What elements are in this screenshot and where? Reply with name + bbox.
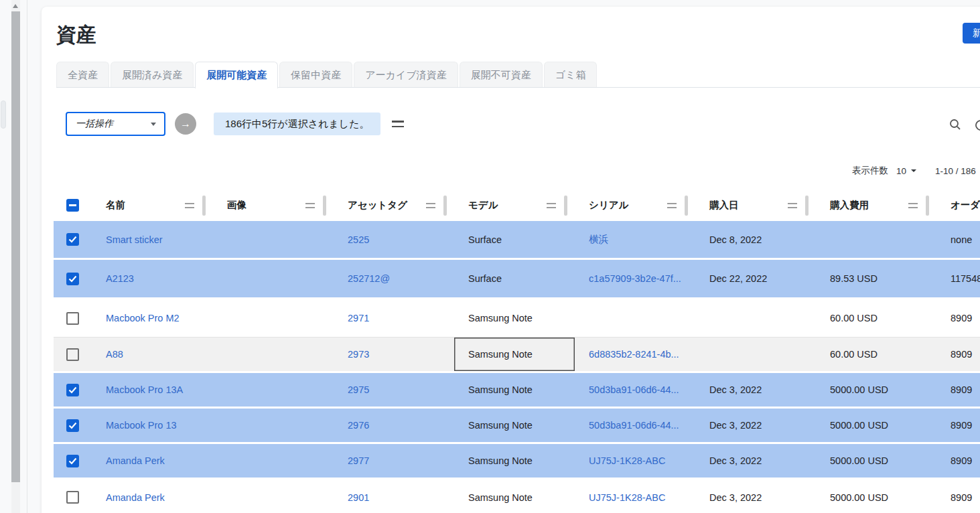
name-link[interactable]: A88 (106, 349, 123, 360)
name-link[interactable]: Macbook Pro 13 (106, 420, 177, 431)
serial-link[interactable]: 6d8835b2-8241-4b... (589, 349, 679, 360)
column-resize-handle[interactable] (564, 196, 567, 216)
name-link[interactable]: Macbook Pro M2 (106, 313, 180, 323)
name-link[interactable]: A2123 (106, 273, 134, 284)
serial-link[interactable]: c1a57909-3b2e-47f... (589, 273, 681, 284)
name-link[interactable]: Amanda Perk (106, 455, 165, 466)
cell-tag[interactable]: 2971 (334, 299, 454, 337)
column-resize-handle[interactable] (805, 196, 809, 216)
cell-name[interactable]: Amanda Perk (92, 444, 213, 478)
row-checkbox[interactable] (66, 419, 79, 432)
row-checkbox[interactable] (66, 491, 79, 504)
new-asset-button[interactable]: 新規 (963, 23, 980, 44)
refresh-icon[interactable] (973, 118, 980, 135)
column-resize-handle[interactable] (443, 196, 447, 216)
tag-link[interactable]: 2976 (348, 420, 369, 431)
select-all-checkbox[interactable] (66, 199, 79, 212)
name-link[interactable]: Amanda Perk (106, 492, 165, 503)
table-row[interactable]: A882973Samsung Note6d8835b2-8241-4b...60… (54, 338, 980, 373)
serial-link[interactable]: UJ75J-1K28-ABC (589, 492, 665, 503)
row-checkbox[interactable] (66, 455, 79, 467)
row-checkbox[interactable] (66, 348, 79, 361)
column-sort-icon[interactable] (185, 203, 194, 208)
table-row[interactable]: Amanda Perk2977Samsung NoteUJ75J-1K28-AB… (54, 444, 980, 480)
column-header-tag[interactable]: アセットタグ (334, 190, 454, 221)
cell-name[interactable]: Amanda Perk (92, 480, 213, 513)
column-sort-icon[interactable] (908, 203, 918, 208)
row-checkbox[interactable] (66, 312, 79, 325)
serial-link[interactable]: 50d3ba91-06d6-44... (589, 384, 679, 395)
tab-アーカイブ済資産[interactable]: アーカイブ済資産 (354, 62, 458, 87)
column-header-name[interactable]: 名前 (92, 190, 213, 221)
column-sort-icon[interactable] (305, 203, 315, 208)
tag-link[interactable]: 2525 (348, 234, 369, 245)
column-header-model[interactable]: モデル (454, 190, 575, 221)
table-row[interactable]: Macbook Pro M22971Samsung Note60.00 USD8… (54, 299, 980, 338)
tag-link[interactable]: 2975 (348, 384, 369, 395)
side-panel-handle[interactable] (1, 100, 6, 129)
search-icon[interactable] (949, 119, 961, 133)
bulk-action-go-button[interactable]: → (175, 113, 196, 135)
menu-lines-icon[interactable] (392, 121, 404, 127)
tab-展開可能資産[interactable]: 展開可能資産 (195, 62, 278, 88)
serial-link[interactable]: 50d3ba91-06d6-44... (589, 420, 679, 431)
column-header-purchase_cost[interactable]: 購入費用 (816, 190, 936, 221)
cell-serial[interactable]: 6d8835b2-8241-4b... (575, 338, 695, 371)
column-resize-handle[interactable] (202, 196, 206, 216)
row-checkbox[interactable] (66, 273, 79, 285)
cell-tag[interactable]: 2976 (334, 409, 454, 442)
cell-tag[interactable]: 252712@ (334, 260, 454, 297)
table-row[interactable]: Amanda Perk2901Samsung NoteUJ75J-1K28-AB… (54, 480, 980, 513)
scrollbar-up-arrow-icon[interactable] (13, 4, 18, 8)
cell-name[interactable]: Smart sticker (92, 221, 213, 258)
tag-link[interactable]: 252712@ (348, 273, 390, 284)
cell-name[interactable]: A2123 (92, 260, 213, 297)
tab-保留中資産[interactable]: 保留中資産 (279, 62, 352, 87)
cell-name[interactable]: Macbook Pro M2 (92, 299, 213, 337)
serial-link[interactable]: 横浜 (589, 233, 608, 246)
column-resize-handle[interactable] (323, 196, 326, 216)
tag-link[interactable]: 2901 (348, 492, 369, 503)
column-resize-handle[interactable] (685, 196, 688, 216)
column-header-order[interactable]: オーダー (936, 190, 980, 221)
column-header-image[interactable]: 画像 (213, 190, 334, 221)
cell-serial[interactable]: UJ75J-1K28-ABC (575, 480, 695, 513)
cell-name[interactable]: Macbook Pro 13A (92, 373, 213, 407)
cell-name[interactable]: Macbook Pro 13 (92, 409, 213, 442)
row-checkbox[interactable] (66, 233, 79, 246)
cell-tag[interactable]: 2973 (334, 338, 454, 371)
cell-name[interactable]: A88 (92, 338, 213, 371)
vertical-scrollbar-thumb[interactable] (11, 11, 20, 482)
table-row[interactable]: Macbook Pro 132976Samsung Note50d3ba91-0… (54, 409, 980, 444)
tab-展開不可資産[interactable]: 展開不可資産 (460, 62, 543, 87)
column-sort-icon[interactable] (667, 203, 677, 208)
table-row[interactable]: Macbook Pro 13A2975Samsung Note50d3ba91-… (54, 373, 980, 409)
cell-tag[interactable]: 2977 (334, 444, 454, 478)
column-sort-icon[interactable] (426, 203, 435, 208)
column-sort-icon[interactable] (547, 203, 556, 208)
tab-ゴミ箱[interactable]: ゴミ箱 (544, 62, 598, 87)
tag-link[interactable]: 2971 (348, 313, 369, 323)
cell-serial[interactable]: c1a57909-3b2e-47f... (575, 260, 695, 297)
cell-tag[interactable]: 2525 (334, 221, 454, 258)
cell-tag[interactable]: 2901 (334, 480, 454, 513)
column-resize-handle[interactable] (926, 196, 929, 216)
column-header-purchase_date[interactable]: 購入日 (695, 190, 816, 221)
table-row[interactable]: A2123252712@Surfacec1a57909-3b2e-47f...D… (54, 260, 980, 299)
tab-展開済み資産[interactable]: 展開済み資産 (111, 62, 194, 87)
cell-serial[interactable]: 50d3ba91-06d6-44... (575, 373, 695, 407)
tag-link[interactable]: 2973 (348, 349, 369, 360)
cell-serial[interactable]: 横浜 (575, 221, 695, 258)
cell-serial[interactable]: 50d3ba91-06d6-44... (575, 409, 695, 442)
name-link[interactable]: Smart sticker (106, 234, 163, 245)
page-size-dropdown[interactable]: 10 (896, 166, 916, 176)
row-checkbox[interactable] (66, 384, 79, 396)
cell-serial[interactable]: UJ75J-1K28-ABC (575, 444, 695, 478)
bulk-action-select[interactable]: 一括操作 (66, 112, 165, 136)
column-sort-icon[interactable] (788, 203, 797, 208)
name-link[interactable]: Macbook Pro 13A (106, 384, 183, 395)
cell-tag[interactable]: 2975 (334, 373, 454, 407)
tab-全資産[interactable]: 全資産 (56, 62, 109, 87)
serial-link[interactable]: UJ75J-1K28-ABC (589, 455, 665, 466)
tag-link[interactable]: 2977 (348, 455, 369, 466)
